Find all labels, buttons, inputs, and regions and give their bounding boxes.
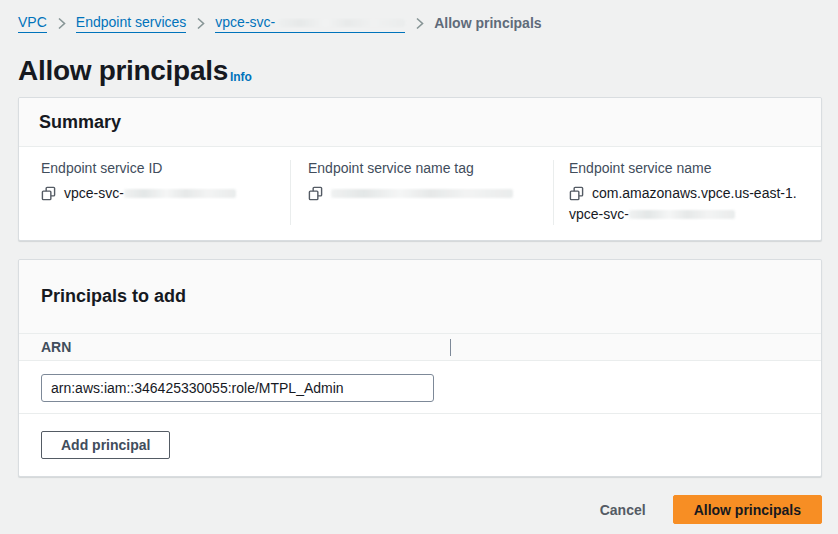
breadcrumb: VPC Endpoint services vpce-svc- Allow pr…: [18, 14, 822, 33]
summary-field-endpoint-service-id: Endpoint service ID vpce-svc-: [19, 160, 290, 225]
principals-card-header: Principals to add: [19, 260, 821, 334]
footer-actions: Cancel Allow principals: [18, 495, 822, 524]
arn-column-header: ARN: [19, 334, 821, 361]
info-link[interactable]: Info: [230, 70, 252, 84]
principals-title: Principals to add: [41, 285, 801, 307]
field-label: Endpoint service name: [569, 160, 801, 176]
add-principal-row: Add principal: [19, 414, 821, 476]
summary-body: Endpoint service ID vpce-svc- Endpoint s…: [19, 147, 821, 240]
breadcrumb-link-endpoint-services[interactable]: Endpoint services: [76, 14, 187, 33]
summary-field-endpoint-service-name-tag: Endpoint service name tag: [290, 160, 553, 225]
breadcrumb-link-vpc[interactable]: VPC: [18, 14, 47, 33]
summary-title: Summary: [39, 111, 801, 133]
copy-icon[interactable]: [569, 186, 584, 201]
redacted-text: [277, 19, 405, 27]
breadcrumb-current: Allow principals: [434, 15, 541, 32]
chevron-right-icon: [57, 17, 66, 30]
allow-principals-button[interactable]: Allow principals: [673, 495, 822, 524]
field-label: Endpoint service name tag: [308, 160, 541, 176]
field-value: [308, 183, 541, 204]
add-principal-button[interactable]: Add principal: [41, 431, 170, 459]
field-value: com.amazonaws.vpce.us-east-1.vpce-svc-: [569, 183, 801, 225]
page-title: Allow principals: [18, 55, 228, 87]
column-resize-divider[interactable]: [450, 339, 451, 356]
principals-card: Principals to add ARN Add principal: [18, 259, 822, 477]
title-row: Allow principals Info: [18, 55, 822, 87]
breadcrumb-link-label: vpce-svc-: [215, 14, 275, 30]
arn-input[interactable]: [41, 374, 434, 402]
field-label: Endpoint service ID: [41, 160, 278, 176]
chevron-right-icon: [415, 17, 424, 30]
breadcrumb-link-endpoint-service-id[interactable]: vpce-svc-: [215, 14, 405, 33]
copy-icon[interactable]: [41, 186, 56, 201]
redacted-text: [629, 210, 735, 219]
page: VPC Endpoint services vpce-svc- Allow pr…: [0, 0, 838, 534]
chevron-right-icon: [196, 17, 205, 30]
summary-field-endpoint-service-name: Endpoint service name com.amazonaws.vpce…: [553, 160, 821, 225]
field-value: vpce-svc-: [41, 183, 278, 204]
cancel-button[interactable]: Cancel: [600, 498, 646, 522]
arn-column-label: ARN: [41, 339, 71, 355]
field-value-text: vpce-svc-: [64, 185, 124, 201]
summary-card: Summary Endpoint service ID vpce-svc- En…: [18, 97, 822, 241]
copy-icon[interactable]: [308, 186, 323, 201]
summary-card-header: Summary: [19, 98, 821, 147]
redacted-text: [331, 189, 513, 198]
redacted-text: [124, 189, 236, 198]
arn-input-row: [19, 361, 821, 414]
